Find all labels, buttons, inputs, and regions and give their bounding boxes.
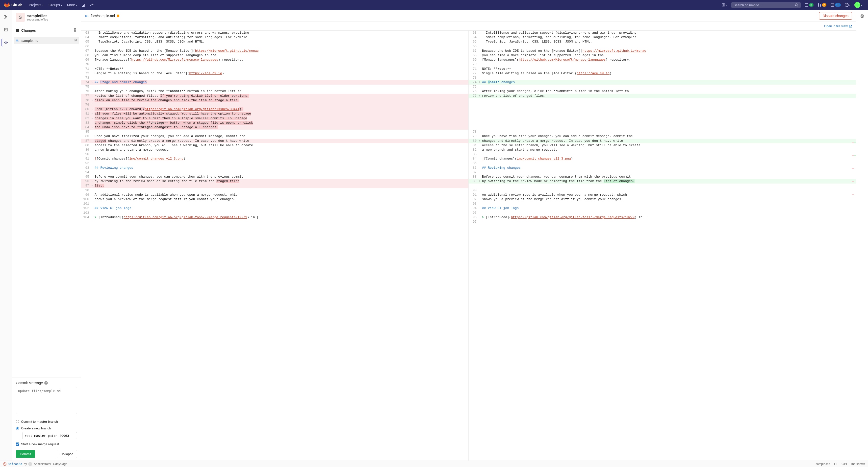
new-dropdown[interactable]: ▾	[720, 3, 730, 7]
diff-line[interactable]: 66	[81, 44, 468, 49]
diff-line[interactable]: 101	[81, 202, 468, 206]
diff-line[interactable]: 71 NOTE: **Note:**	[469, 67, 856, 71]
diff-line[interactable]: 76 After making your changes, click the …	[469, 89, 856, 94]
diff-line[interactable]: 92	[81, 161, 468, 165]
diff-line[interactable]: 96 > [Introduced](https://gitlab.com/git…	[469, 215, 856, 220]
commit-message-input[interactable]	[16, 387, 77, 414]
diff-pane-original[interactable]: 63- IntelliSense and validation support …	[81, 31, 469, 461]
diff-line[interactable]: 84 ![Commit changes](img/commit_changes_…	[469, 157, 856, 161]
gitlab-logo[interactable]: GitLab	[4, 2, 22, 8]
diff-line[interactable]: 102 ## View CI job logs	[81, 206, 468, 210]
diff-line[interactable]: 76 After making your changes, click the …	[81, 89, 468, 94]
diff-line[interactable]: 73	[81, 76, 468, 80]
diff-line[interactable]: 80+changes and directly create a merge r…	[469, 139, 856, 143]
search-box[interactable]	[731, 2, 801, 8]
diff-line[interactable]: 89+by switching to the review mode or se…	[469, 179, 856, 184]
diff-pane-modified[interactable]: 63- IntelliSense and validation support …	[469, 31, 856, 461]
diff-line[interactable]: 67 Because the Web IDE is based on the […	[469, 49, 856, 53]
pipeline-status-icon[interactable]	[3, 462, 6, 466]
diff-line[interactable]	[469, 121, 856, 125]
discard-changes-button[interactable]: Discard changes	[819, 12, 852, 20]
diff-line[interactable]: 74-## Stage and commit changes	[81, 80, 468, 85]
diff-line[interactable]: 80-From [GitLab 12.7 onward](https://git…	[81, 107, 468, 111]
diff-line[interactable]: 91 ![Commit changes](img/commit_changes_…	[81, 157, 468, 161]
diff-line[interactable]	[469, 98, 856, 103]
diff-view[interactable]: 63- IntelliSense and validation support …	[81, 31, 856, 461]
commit-to-master-radio[interactable]: Commit to master branch	[16, 418, 77, 425]
diff-line[interactable]: 88 Before you commit your changes, you c…	[469, 175, 856, 179]
diff-line[interactable]: 86 Once you have finalized your changes,…	[81, 134, 468, 138]
diff-line[interactable]: 73	[469, 76, 856, 80]
help-dropdown[interactable]: ▾	[843, 3, 852, 7]
diff-line[interactable]: 90	[81, 152, 468, 157]
diff-line[interactable]: 87-staged changes and directly create a …	[81, 139, 468, 143]
file-action-icon[interactable]	[73, 38, 77, 42]
diff-line[interactable]: 75	[81, 85, 468, 89]
nav-groups[interactable]: Groups▾	[46, 3, 65, 7]
admin-icon[interactable]	[88, 3, 96, 7]
diff-line[interactable]: 81-all your files will be automatically …	[81, 111, 468, 116]
diff-line[interactable]: 70	[81, 62, 468, 67]
diff-line[interactable]: 92 shows you a preview of the merge requ…	[469, 197, 856, 202]
diff-line[interactable]	[469, 107, 856, 111]
discard-all-icon[interactable]	[73, 28, 77, 33]
diff-line[interactable]: 96-by switching to the review mode or se…	[81, 179, 468, 184]
diff-line[interactable]: 66	[469, 44, 856, 49]
search-input[interactable]	[734, 3, 795, 7]
diff-line[interactable]: 69 [Monaco languages](https://github.com…	[81, 58, 468, 62]
diff-line[interactable]: 91 An additional review mode is availabl…	[469, 193, 856, 197]
diff-line[interactable]: 68 you can find a more complete list of …	[81, 53, 468, 58]
diff-line[interactable]: 72 Single file editing is based on the […	[81, 71, 468, 76]
info-icon[interactable]: ?	[44, 381, 48, 385]
rail-edit[interactable]	[2, 13, 10, 21]
diff-line[interactable]: 65 TypeScript, JavaScript, CSS, LESS, SC…	[469, 40, 856, 44]
rail-review[interactable]	[2, 26, 10, 34]
diff-line[interactable]: 97	[469, 220, 856, 224]
commit-button[interactable]: Commit	[16, 450, 35, 458]
diff-line[interactable]: 99 An additional review mode is availabl…	[81, 193, 468, 197]
diff-line[interactable]: 86 ## Reviewing changes	[469, 166, 856, 170]
diff-line[interactable]	[469, 116, 856, 121]
rail-commit[interactable]	[1, 39, 9, 46]
todos-link[interactable]: 18	[828, 3, 843, 7]
changed-file-item[interactable]: M↓ sample.md	[14, 37, 79, 44]
diff-line[interactable]: 93 ## Reviewing changes	[81, 166, 468, 170]
nav-projects[interactable]: Projects▾	[26, 3, 46, 7]
diff-line[interactable]: 83-a change, simply click the **Unstage*…	[81, 121, 468, 125]
collapse-button[interactable]: Collapse	[57, 450, 77, 458]
diff-line[interactable]	[469, 125, 856, 130]
diff-line[interactable]: 97-list.	[81, 184, 468, 188]
diff-line[interactable]: 104 > [Introduced](https://gitlab.com/gi…	[81, 215, 468, 220]
file-tab[interactable]: M↓ files/sample.md	[85, 14, 119, 18]
diff-line[interactable]: 82 a new branch and start a merge reques…	[469, 148, 856, 152]
diff-line[interactable]: 94 ## View CI job logs	[469, 206, 856, 210]
nav-more[interactable]: More▾	[65, 3, 80, 7]
milestones-icon[interactable]	[80, 3, 88, 7]
create-new-branch-radio[interactable]: Create a new branch	[16, 425, 77, 432]
new-branch-name-input[interactable]	[22, 432, 77, 439]
diff-line[interactable]: 79-	[81, 103, 468, 107]
diff-line[interactable]: 63- IntelliSense and validation support …	[81, 31, 468, 35]
open-in-file-view-link[interactable]: Open in file view	[824, 24, 852, 28]
diff-line[interactable]	[469, 184, 856, 188]
diff-line[interactable]	[469, 111, 856, 116]
diff-line[interactable]: 75	[469, 85, 856, 89]
diff-line[interactable]: 90	[469, 188, 856, 193]
diff-line[interactable]: 69 [Monaco languages](https://github.com…	[469, 58, 856, 62]
diff-line[interactable]: 89 a new branch and start a merge reques…	[81, 148, 468, 152]
diff-line[interactable]: 72 Single file editing is based on the […	[469, 71, 856, 76]
diff-minimap[interactable]	[852, 31, 856, 461]
diff-line[interactable]: 85	[81, 130, 468, 134]
diff-line[interactable]: 82-changes in case you want to submit th…	[81, 116, 468, 121]
diff-line[interactable]: 68 you can find a more complete list of …	[469, 53, 856, 58]
diff-line[interactable]: 103	[81, 211, 468, 215]
diff-line[interactable]: 88 access to the selected branch, you wi…	[81, 143, 468, 148]
diff-line[interactable]: 95 Before you commit your changes, you c…	[81, 175, 468, 179]
diff-line[interactable]	[469, 103, 856, 107]
diff-line[interactable]: 65 TypeScript, JavaScript, CSS, LESS, SC…	[81, 40, 468, 44]
diff-line[interactable]: 98	[81, 188, 468, 193]
diff-line[interactable]: 85	[469, 161, 856, 165]
diff-line[interactable]: 83	[469, 152, 856, 157]
diff-line[interactable]: 67 Because the Web IDE is based on the […	[81, 49, 468, 53]
diff-line[interactable]: 74+## Commit changes	[469, 80, 856, 85]
